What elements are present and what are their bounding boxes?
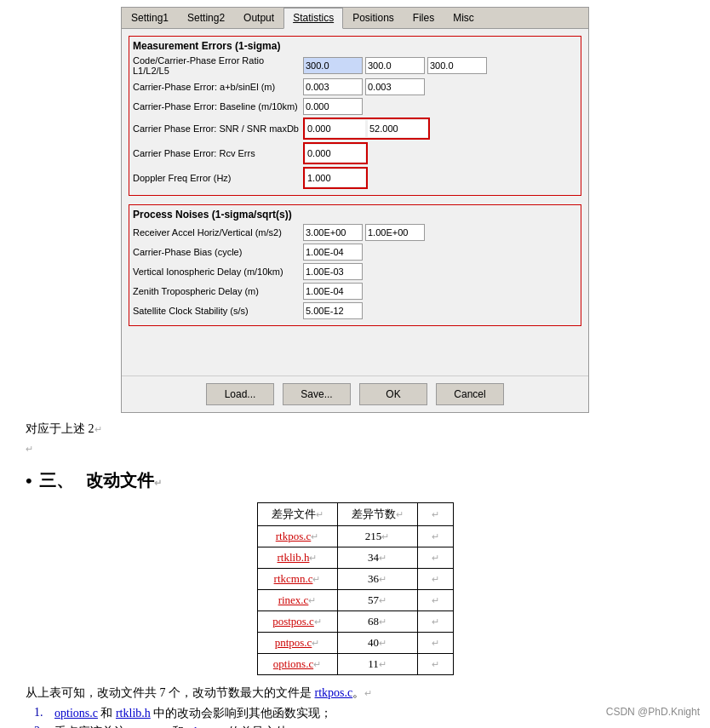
list-item-1: 1. options.c 和 rtklib.h 中的改动会影响到其他函数实现； [34,706,684,721]
label-code-carrier: Code/Carrier-Phase Error Ratio L1/L2/L5 [133,55,303,76]
form-row-baseline: Carrier-Phase Error: Baseline (m/10km) [133,98,577,115]
load-button[interactable]: Load... [206,383,274,405]
input-tropo[interactable] [303,283,363,300]
form-row-code-carrier: Code/Carrier-Phase Error Ratio L1/L2/L5 [133,55,577,76]
file-link[interactable]: rtklib.h [278,551,310,564]
cancel-button[interactable]: Cancel [436,383,504,405]
heading-text: 三、 改动文件↵ [39,469,162,492]
file-link[interactable]: postpos.c [272,615,314,628]
summary-link[interactable]: rtkpos.c [315,686,353,699]
form-row-rcv-errs: Carrier Phase Error: Rcv Errs [133,142,577,164]
table-row: postpos.c↵ 68↵ ↵ [257,611,453,633]
file-link[interactable]: rinex.c [278,593,309,606]
dialog-container: Setting1 Setting2 Output Statistics Posi… [121,7,589,413]
table-row: options.c↵ 11↵ ↵ [257,654,453,675]
input-sat-clock[interactable] [303,302,363,319]
dialog-footer: Load... Save... OK Cancel [122,375,588,412]
form-row-doppler: Doppler Freq Error (Hz) [133,167,577,189]
cell-file: rtkcmn.c↵ [257,569,337,590]
watermark: CSDN @PhD.Knight [606,706,700,718]
tab-setting2[interactable]: Setting2 [178,8,234,28]
col-empty: ↵ [417,503,453,526]
input-iono[interactable] [303,263,363,280]
table-row: rinex.c↵ 57↵ ↵ [257,590,453,611]
ok-button[interactable]: OK [359,383,427,405]
input-ratio-l2[interactable] [365,57,425,74]
save-button[interactable]: Save... [283,383,351,405]
input-accel-horiz[interactable] [303,224,363,241]
input-snr[interactable] [306,120,365,137]
table-row: pntpos.c↵ 40↵ ↵ [257,633,453,654]
label-rcv-errs: Carrier Phase Error: Rcv Errs [133,148,303,158]
tab-positions[interactable]: Positions [343,8,404,28]
list-text-1: options.c 和 rtklib.h 中的改动会影响到其他函数实现； [54,706,332,721]
input-accel-vert[interactable] [365,224,425,241]
list-num-2: 2. [34,725,51,728]
cell-file: postpos.c↵ [257,611,337,633]
cell-count: 34↵ [337,547,417,569]
input-rcv-errs[interactable] [306,145,365,162]
input-doppler[interactable] [306,169,365,186]
label-carrier-ab: Carrier-Phase Error: a+b/sinEl (m) [133,82,303,92]
process-title: Process Noises (1-sigma/sqrt(s)) [133,209,577,221]
cell-file: rinex.c↵ [257,590,337,611]
input-ratio-l1[interactable] [303,57,363,74]
table-row: rtkcmn.c↵ 36↵ ↵ [257,569,453,590]
input-phase-bias[interactable] [303,244,363,261]
section-heading: • 三、 改动文件↵ [26,469,684,492]
form-row-iono: Vertical Ionospheric Delay (m/10km) [133,263,577,280]
label-iono: Vertical Ionospheric Delay (m/10km) [133,267,303,277]
measurement-title: Measurement Errors (1-sigma) [133,40,577,52]
file-link[interactable]: pntpos.c [275,636,312,649]
para2-end: ↵ [26,442,684,456]
link-rtklib-h[interactable]: rtklib.h [116,707,151,719]
cell-file: options.c↵ [257,654,337,675]
input-ratio-l5[interactable] [427,57,487,74]
cell-count: 11↵ [337,654,417,675]
cell-count: 36↵ [337,569,417,590]
tab-files[interactable]: Files [404,8,444,28]
cell-count: 68↵ [337,611,417,633]
table-row: rtklib.h↵ 34↵ ↵ [257,547,453,569]
dialog-content: Measurement Errors (1-sigma) Code/Carrie… [122,29,588,375]
para1: 对应于上述 2↵ [26,421,684,437]
file-link[interactable]: options.c [273,657,313,670]
input-baseline[interactable] [303,98,363,115]
cell-count: 215↵ [337,526,417,547]
form-row-snr: Carrier Phase Error: SNR / SNR maxDb [133,118,577,140]
cell-count: 40↵ [337,633,417,654]
summary-text: 从上表可知，改动文件共 7 个，改动节数最大的文件是 rtkpos.c。↵ [26,685,684,701]
tab-output[interactable]: Output [234,8,283,28]
tab-setting1[interactable]: Setting1 [122,8,178,28]
form-row-tropo: Zenith Tropospheric Delay (m) [133,283,577,300]
input-snr-max[interactable] [368,120,427,137]
diff-table: 差异文件↵ 差异节数↵ ↵ rtkpos.c↵ 215↵ ↵ rtklib.h↵… [257,502,454,675]
cell-file: rtklib.h↵ [257,547,337,569]
list-item-2: 2. 重点应该关注 pntpos.c 和 rtkpos.c 的差异之处；↵ [34,725,684,728]
form-row-phase-bias: Carrier-Phase Bias (cycle) [133,244,577,261]
input-carrier-a[interactable] [303,78,363,95]
label-doppler: Doppler Freq Error (Hz) [133,173,303,183]
link-options-c[interactable]: options.c [54,707,98,719]
cell-file: rtkpos.c↵ [257,526,337,547]
process-section: Process Noises (1-sigma/sqrt(s)) Receive… [129,204,581,326]
input-carrier-b[interactable] [365,78,425,95]
col-count: 差异节数↵ [337,503,417,526]
label-snr: Carrier Phase Error: SNR / SNR maxDb [133,123,303,134]
file-link[interactable]: rtkpos.c [276,530,312,542]
tab-bar: Setting1 Setting2 Output Statistics Posi… [122,8,588,29]
list-text-2: 重点应该关注 pntpos.c 和 rtkpos.c 的差异之处；↵ [54,725,307,728]
label-phase-bias: Carrier-Phase Bias (cycle) [133,247,303,257]
document-area: 对应于上述 2↵ ↵ • 三、 改动文件↵ 差异文件↵ 差异节数↵ ↵ rtkp… [0,413,710,728]
bullet-dot: • [26,470,32,492]
col-file: 差异文件↵ [257,503,337,526]
cell-count: 57↵ [337,590,417,611]
form-row-carrier-ab: Carrier-Phase Error: a+b/sinEl (m) [133,78,577,95]
tab-misc[interactable]: Misc [444,8,484,28]
label-accel: Receiver Accel Horiz/Vertical (m/s2) [133,227,303,238]
tab-statistics[interactable]: Statistics [283,8,343,29]
table-row: rtkpos.c↵ 215↵ ↵ [257,526,453,547]
cell-file: pntpos.c↵ [257,633,337,654]
measurement-section: Measurement Errors (1-sigma) Code/Carrie… [129,36,581,196]
file-link[interactable]: rtkcmn.c [274,572,313,585]
